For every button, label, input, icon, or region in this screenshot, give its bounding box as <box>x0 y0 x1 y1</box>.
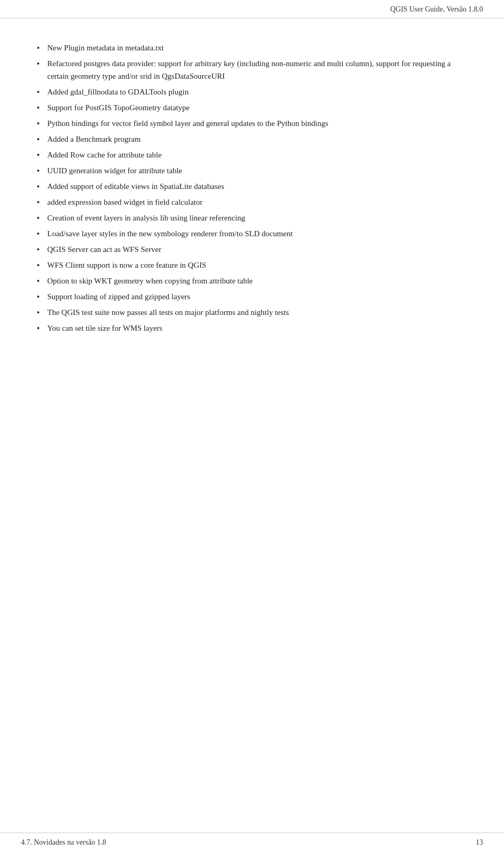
list-item: QGIS Server can act as WFS Server <box>32 241 472 257</box>
footer-right: 13 <box>476 838 483 847</box>
page-footer: 4.7. Novidades na versão 1.8 13 <box>0 833 504 852</box>
list-item: The QGIS test suite now passes all tests… <box>32 304 472 320</box>
list-item: Support for PostGIS TopoGeometry datatyp… <box>32 100 472 115</box>
list-item: Added support of editable views in Spati… <box>32 178 472 194</box>
list-item: WFS Client support is now a core feature… <box>32 257 472 273</box>
list-item: Added Row cache for attribute table <box>32 147 472 163</box>
list-item: Load/save layer styles in the new symbol… <box>32 226 472 241</box>
header-title: QGIS User Guide, Versão 1.8.0 <box>390 5 483 13</box>
list-item: Refactored postgres data provider: suppo… <box>32 56 472 84</box>
list-item: UUID generation widget for attribute tab… <box>32 163 472 178</box>
list-item: You can set tile size for WMS layers <box>32 320 472 336</box>
list-item: Support loading of zipped and gzipped la… <box>32 289 472 304</box>
footer-left: 4.7. Novidades na versão 1.8 <box>21 838 106 847</box>
page-header: QGIS User Guide, Versão 1.8.0 <box>0 0 504 18</box>
page-content: New Plugin metadata in metadata.txtRefac… <box>0 19 504 378</box>
list-item: Added gdal_fillnodata to GDALTools plugi… <box>32 84 472 100</box>
list-item: Python bindings for vector field symbol … <box>32 115 472 131</box>
list-item: Added a Benchmark program <box>32 131 472 147</box>
list-item: New Plugin metadata in metadata.txt <box>32 40 472 56</box>
list-item: added expression based widget in field c… <box>32 194 472 210</box>
list-item: Option to skip WKT geometry when copying… <box>32 273 472 289</box>
list-item: Creation of event layers in analysis lib… <box>32 210 472 226</box>
bullet-list: New Plugin metadata in metadata.txtRefac… <box>32 40 472 336</box>
